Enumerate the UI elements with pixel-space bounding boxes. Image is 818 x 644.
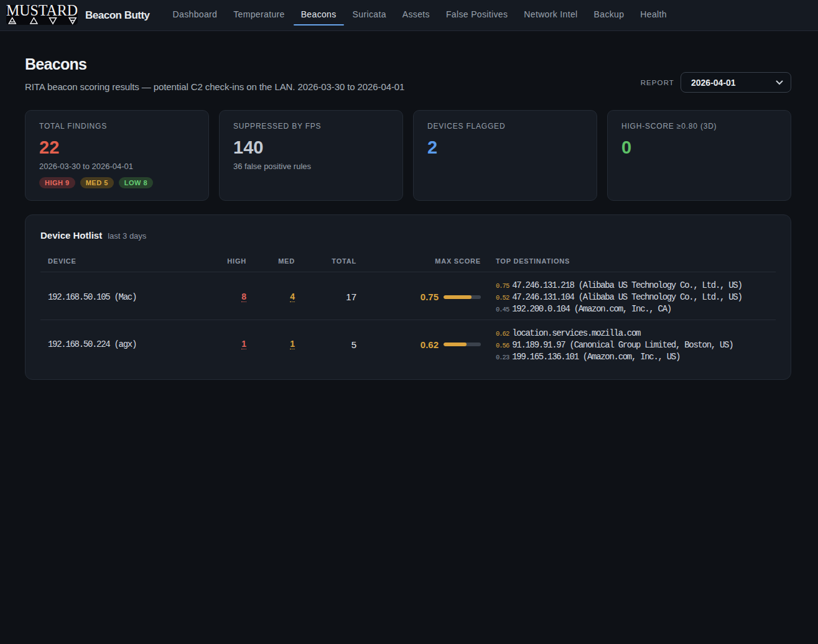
svg-text:MUSTARD: MUSTARD: [6, 5, 78, 19]
